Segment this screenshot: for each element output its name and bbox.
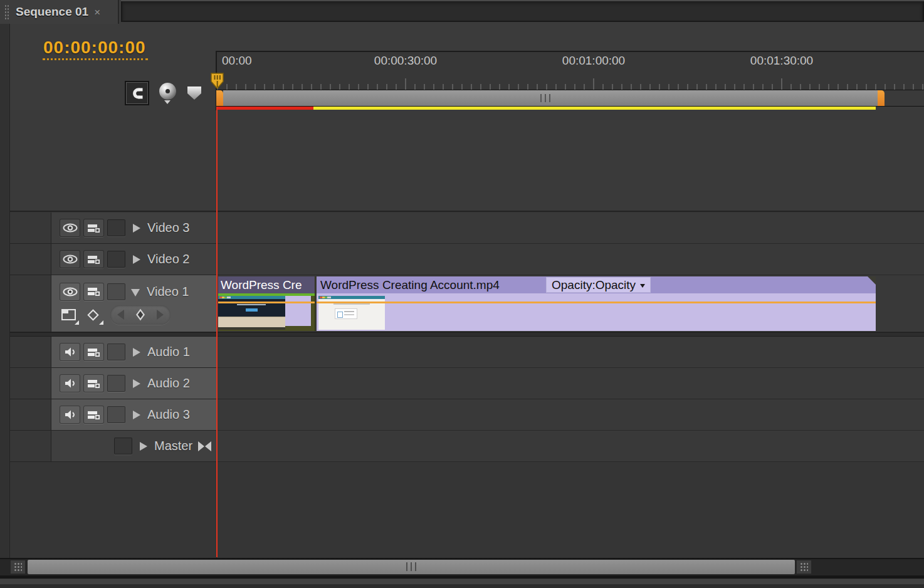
track-header-video-2: Video 2 (10, 244, 216, 275)
speaker-icon (64, 409, 76, 420)
opacity-rubber-band[interactable] (317, 302, 876, 303)
render-bar-yellow (313, 107, 876, 110)
scrollbar-left-grip-button[interactable] (10, 560, 26, 574)
track-lane-master[interactable] (217, 431, 924, 462)
time-ruler[interactable]: 00:00 00:00:30:00 00:01:00:00 00:01:30:0… (217, 52, 924, 90)
panel-bottom-bar (0, 579, 924, 584)
sync-lock-icon (87, 410, 101, 420)
flyout-corner-icon (75, 320, 79, 325)
expand-track-icon[interactable] (133, 224, 140, 233)
track-label: Video 2 (147, 252, 189, 266)
effect-selector-dropdown[interactable]: Opacity:Opacity (547, 278, 650, 292)
ruler-major-tick (593, 78, 594, 90)
eye-icon (63, 255, 78, 264)
video-audio-divider[interactable] (10, 332, 924, 337)
sync-lock-icon (87, 286, 101, 297)
eye-icon (63, 287, 78, 297)
header-margin-column (10, 399, 51, 430)
add-remove-keyframe-button[interactable] (136, 308, 145, 320)
keyframe-navigator (110, 305, 171, 325)
track-header-audio-2: Audio 2 (10, 368, 216, 399)
sync-lock-button[interactable] (83, 343, 104, 361)
empty-area-above-tracks (217, 110, 924, 212)
track-header-audio-3: Audio 3 (10, 399, 216, 431)
expand-track-icon[interactable] (133, 379, 140, 388)
toggle-track-output-button[interactable] (60, 283, 80, 301)
snap-button[interactable] (126, 82, 148, 104)
header-margin-column (10, 275, 51, 332)
track-lane-audio-3[interactable] (217, 399, 924, 431)
sync-lock-icon (87, 347, 101, 357)
opacity-rubber-band[interactable] (218, 302, 315, 303)
bowtie-icon (205, 441, 211, 451)
track-lock-toggle[interactable] (107, 344, 125, 360)
sync-lock-icon (87, 255, 101, 265)
chapter-marker-pointer (164, 100, 171, 104)
set-display-style-button[interactable] (60, 307, 77, 323)
clip-wordpress-creating-account[interactable]: WordPress Creating Account.mp4 Opacity:O… (317, 276, 876, 331)
track-label: Master (154, 439, 192, 453)
bowtie-icon (198, 441, 204, 451)
work-area-grip-icon[interactable] (540, 94, 551, 102)
next-keyframe-button[interactable] (157, 310, 164, 320)
expand-track-icon[interactable] (133, 348, 140, 357)
tab-sequence[interactable]: Sequence 01 × (0, 0, 119, 24)
set-encore-chapter-marker-button[interactable] (157, 82, 179, 105)
expand-track-icon[interactable] (133, 411, 140, 419)
thumbnail-text-line (333, 303, 370, 305)
track-lock-toggle[interactable] (107, 219, 125, 236)
track-lock-toggle[interactable] (107, 375, 125, 392)
current-time-indicator[interactable] (210, 73, 225, 92)
display-style-icon (61, 309, 76, 320)
work-area-start-handle[interactable] (216, 90, 223, 106)
current-timecode-display[interactable]: 00:00:00:00 (43, 38, 148, 60)
work-area-end-handle[interactable] (878, 90, 885, 106)
sync-lock-button[interactable] (83, 250, 104, 268)
set-unnumbered-marker-button[interactable] (187, 87, 201, 100)
track-lock-toggle[interactable] (107, 283, 125, 300)
collapse-track-icon[interactable] (131, 289, 140, 297)
ruler-label-0: 00:00 (222, 54, 252, 68)
expand-track-icon[interactable] (133, 255, 140, 264)
track-lock-toggle[interactable] (114, 438, 132, 454)
previous-keyframe-button[interactable] (117, 310, 124, 320)
scrollbar-thumb-grip-icon[interactable] (406, 562, 416, 571)
track-lock-toggle[interactable] (107, 406, 125, 423)
panel-grip-icon[interactable] (4, 4, 10, 19)
scrollbar-right-grip-button[interactable] (796, 560, 812, 574)
toggle-track-output-button[interactable] (60, 343, 80, 361)
timeline-panel: Sequence 01 × 00:00:00:00 00:00 00:00:30… (0, 0, 924, 588)
ruler-major-tick (405, 78, 406, 90)
thumbnail-footer (218, 317, 285, 327)
track-lane-audio-2[interactable] (217, 368, 924, 399)
thumbnail-dialog (335, 308, 357, 319)
toggle-track-output-button[interactable] (60, 406, 80, 424)
toggle-track-output-button[interactable] (60, 374, 80, 392)
track-lane-audio-1[interactable] (217, 337, 924, 368)
track-lane-video-3[interactable] (217, 213, 924, 244)
sync-lock-button[interactable] (83, 283, 104, 301)
clip-wordpress-selected[interactable]: WordPress Cre (218, 276, 315, 331)
toggle-track-output-button[interactable] (60, 219, 80, 237)
sync-lock-button[interactable] (83, 374, 104, 392)
sync-lock-button[interactable] (83, 406, 104, 424)
track-header-master: Master (10, 431, 216, 462)
track-header-audio-1: Audio 1 (10, 337, 216, 368)
speaker-icon (64, 347, 76, 357)
speaker-icon (64, 378, 76, 389)
expand-track-icon[interactable] (140, 442, 147, 451)
track-label: Video 1 (147, 285, 189, 299)
header-margin-column (10, 213, 51, 243)
tab-close-icon[interactable]: × (94, 7, 100, 18)
track-lock-toggle[interactable] (107, 251, 125, 268)
show-keyframes-button[interactable] (84, 307, 102, 323)
dropdown-caret-icon (640, 284, 645, 288)
track-lane-video-2[interactable] (217, 244, 924, 275)
keyframe-diamond-icon (87, 309, 98, 320)
sync-lock-button[interactable] (83, 219, 104, 237)
empty-area-above-tracks-header (10, 110, 216, 212)
grip-dots-icon (14, 562, 22, 572)
sync-lock-icon (87, 379, 101, 389)
show-keyframes-master-button[interactable] (198, 441, 211, 451)
toggle-track-output-button[interactable] (60, 250, 80, 268)
